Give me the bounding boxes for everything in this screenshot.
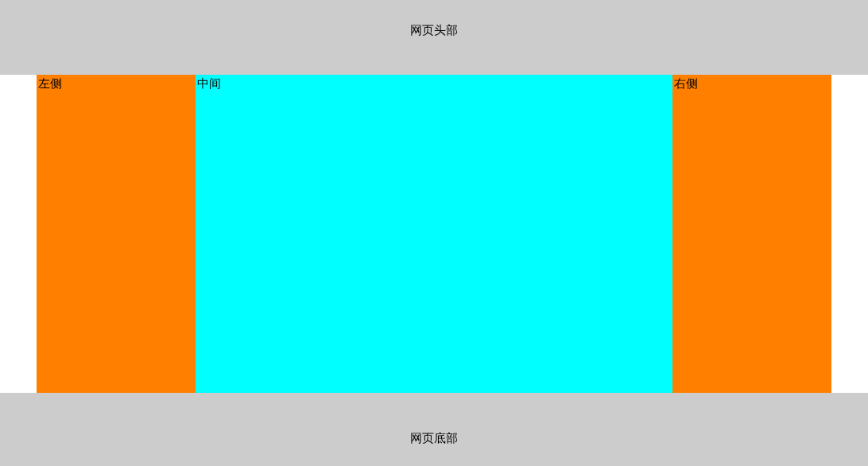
page-footer: 网页底部 [0, 393, 868, 466]
center-label: 中间 [196, 75, 223, 93]
center-column: 中间 [196, 75, 672, 393]
right-label: 右侧 [672, 75, 699, 93]
main-container: 左侧 中间 右侧 [37, 75, 831, 393]
right-column: 右侧 [672, 75, 831, 393]
page-header: 网页头部 [0, 0, 868, 75]
footer-title: 网页底部 [410, 431, 458, 446]
left-column: 左侧 [37, 75, 196, 393]
left-label: 左侧 [37, 75, 64, 93]
header-title: 网页头部 [410, 0, 458, 38]
